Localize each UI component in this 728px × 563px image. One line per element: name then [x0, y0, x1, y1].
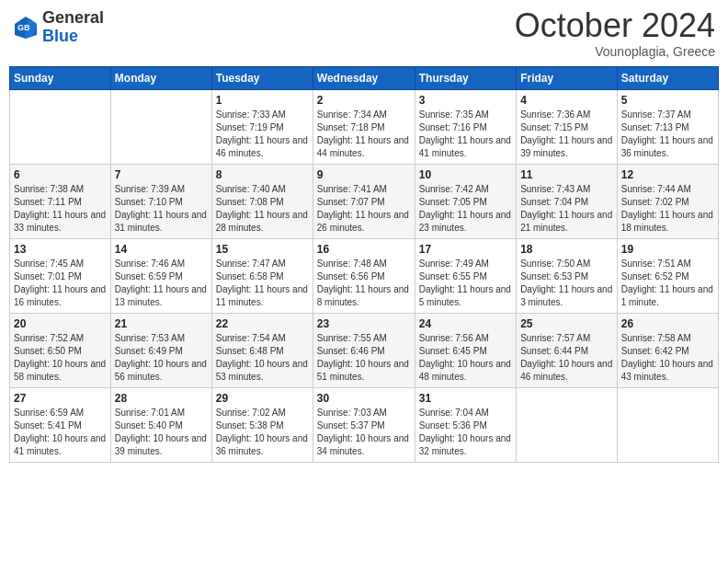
day-number: 14: [115, 243, 208, 256]
day-info: Sunrise: 7:55 AM Sunset: 6:46 PM Dayligh…: [317, 332, 411, 384]
calendar-cell: 14Sunrise: 7:46 AM Sunset: 6:59 PM Dayli…: [110, 239, 211, 314]
calendar-cell: 20Sunrise: 7:52 AM Sunset: 6:50 PM Dayli…: [10, 314, 111, 388]
day-info: Sunrise: 7:56 AM Sunset: 6:45 PM Dayligh…: [419, 332, 512, 384]
day-number: 25: [520, 317, 613, 330]
calendar-cell: 30Sunrise: 7:03 AM Sunset: 5:37 PM Dayli…: [313, 388, 415, 463]
day-info: Sunrise: 7:57 AM Sunset: 6:44 PM Dayligh…: [520, 332, 613, 384]
day-number: 21: [115, 317, 208, 330]
day-info: Sunrise: 7:50 AM Sunset: 6:53 PM Dayligh…: [520, 258, 613, 309]
logo-blue-text: Blue: [42, 27, 78, 45]
calendar-cell: 1Sunrise: 7:33 AM Sunset: 7:19 PM Daylig…: [211, 90, 313, 165]
col-header-tuesday: Tuesday: [211, 67, 313, 90]
logo-general-text: General: [42, 8, 104, 27]
day-number: 27: [14, 392, 107, 405]
day-number: 1: [216, 94, 309, 107]
day-info: Sunrise: 7:04 AM Sunset: 5:36 PM Dayligh…: [419, 407, 512, 458]
day-number: 5: [621, 94, 714, 107]
day-info: Sunrise: 7:46 AM Sunset: 6:59 PM Dayligh…: [115, 258, 208, 309]
calendar-cell: 31Sunrise: 7:04 AM Sunset: 5:36 PM Dayli…: [415, 388, 516, 463]
calendar-cell: 4Sunrise: 7:36 AM Sunset: 7:15 PM Daylig…: [517, 90, 618, 165]
day-number: 12: [621, 168, 714, 181]
day-number: 30: [317, 392, 411, 405]
calendar-cell: [617, 388, 718, 463]
calendar-cell: 26Sunrise: 7:58 AM Sunset: 6:42 PM Dayli…: [617, 314, 718, 388]
day-info: Sunrise: 7:54 AM Sunset: 6:48 PM Dayligh…: [216, 332, 309, 384]
calendar-cell: 8Sunrise: 7:40 AM Sunset: 7:08 PM Daylig…: [211, 165, 313, 239]
col-header-thursday: Thursday: [415, 67, 516, 90]
calendar-cell: 16Sunrise: 7:48 AM Sunset: 6:56 PM Dayli…: [313, 239, 415, 314]
day-info: Sunrise: 7:33 AM Sunset: 7:19 PM Dayligh…: [216, 109, 309, 160]
day-info: Sunrise: 7:41 AM Sunset: 7:07 PM Dayligh…: [317, 183, 411, 235]
calendar-cell: 3Sunrise: 7:35 AM Sunset: 7:16 PM Daylig…: [415, 90, 516, 165]
calendar-week-3: 13Sunrise: 7:45 AM Sunset: 7:01 PM Dayli…: [10, 239, 719, 314]
day-info: Sunrise: 7:49 AM Sunset: 6:55 PM Dayligh…: [419, 258, 512, 309]
day-info: Sunrise: 7:34 AM Sunset: 7:18 PM Dayligh…: [317, 109, 411, 160]
logo-icon: GB: [13, 15, 39, 40]
day-number: 20: [14, 317, 107, 330]
day-info: Sunrise: 7:48 AM Sunset: 6:56 PM Dayligh…: [317, 258, 411, 309]
day-number: 10: [419, 168, 512, 181]
logo: GB General Blue: [13, 9, 104, 46]
calendar-cell: 10Sunrise: 7:42 AM Sunset: 7:05 PM Dayli…: [415, 165, 516, 239]
header: GB General Blue October 2024 Vounoplagia…: [9, 9, 719, 59]
calendar-cell: 9Sunrise: 7:41 AM Sunset: 7:07 PM Daylig…: [313, 165, 415, 239]
day-number: 2: [317, 94, 411, 107]
day-number: 18: [520, 243, 613, 256]
day-number: 19: [621, 243, 714, 256]
calendar-cell: 23Sunrise: 7:55 AM Sunset: 6:46 PM Dayli…: [313, 314, 415, 388]
day-number: 13: [14, 243, 107, 256]
day-number: 24: [419, 317, 512, 330]
location: Vounoplagia, Greece: [515, 44, 715, 59]
day-info: Sunrise: 7:38 AM Sunset: 7:11 PM Dayligh…: [14, 183, 107, 235]
calendar-week-5: 27Sunrise: 6:59 AM Sunset: 5:41 PM Dayli…: [10, 388, 719, 463]
calendar-cell: 28Sunrise: 7:01 AM Sunset: 5:40 PM Dayli…: [110, 388, 211, 463]
calendar-cell: 27Sunrise: 6:59 AM Sunset: 5:41 PM Dayli…: [10, 388, 111, 463]
day-number: 15: [216, 243, 309, 256]
calendar-cell: 21Sunrise: 7:53 AM Sunset: 6:49 PM Dayli…: [110, 314, 211, 388]
day-number: 4: [520, 94, 613, 107]
calendar-week-4: 20Sunrise: 7:52 AM Sunset: 6:50 PM Dayli…: [10, 314, 719, 388]
calendar-week-1: 1Sunrise: 7:33 AM Sunset: 7:19 PM Daylig…: [10, 90, 719, 165]
page: GB General Blue October 2024 Vounoplagia…: [0, 0, 728, 563]
day-number: 7: [115, 168, 208, 181]
calendar-cell: 18Sunrise: 7:50 AM Sunset: 6:53 PM Dayli…: [517, 239, 618, 314]
day-info: Sunrise: 7:36 AM Sunset: 7:15 PM Dayligh…: [520, 109, 613, 160]
col-header-wednesday: Wednesday: [313, 67, 415, 90]
title-block: October 2024 Vounoplagia, Greece: [515, 9, 715, 59]
col-header-saturday: Saturday: [617, 67, 718, 90]
calendar-cell: 19Sunrise: 7:51 AM Sunset: 6:52 PM Dayli…: [617, 239, 718, 314]
calendar-cell: [517, 388, 618, 463]
calendar-cell: 7Sunrise: 7:39 AM Sunset: 7:10 PM Daylig…: [110, 165, 211, 239]
day-info: Sunrise: 7:51 AM Sunset: 6:52 PM Dayligh…: [621, 258, 714, 309]
calendar-cell: 15Sunrise: 7:47 AM Sunset: 6:58 PM Dayli…: [211, 239, 313, 314]
day-number: 23: [317, 317, 411, 330]
day-info: Sunrise: 7:53 AM Sunset: 6:49 PM Dayligh…: [115, 332, 208, 384]
day-info: Sunrise: 7:44 AM Sunset: 7:02 PM Dayligh…: [621, 183, 714, 235]
col-header-sunday: Sunday: [10, 67, 111, 90]
calendar-cell: [110, 90, 211, 165]
day-number: 28: [115, 392, 208, 405]
day-info: Sunrise: 7:02 AM Sunset: 5:38 PM Dayligh…: [216, 407, 309, 458]
svg-text:GB: GB: [17, 23, 30, 32]
calendar-cell: 12Sunrise: 7:44 AM Sunset: 7:02 PM Dayli…: [617, 165, 718, 239]
calendar-cell: 2Sunrise: 7:34 AM Sunset: 7:18 PM Daylig…: [313, 90, 415, 165]
logo-text-block: General Blue: [42, 9, 104, 46]
calendar-cell: 6Sunrise: 7:38 AM Sunset: 7:11 PM Daylig…: [10, 165, 111, 239]
day-number: 9: [317, 168, 411, 181]
day-number: 3: [419, 94, 512, 107]
day-info: Sunrise: 7:52 AM Sunset: 6:50 PM Dayligh…: [14, 332, 107, 384]
calendar-cell: 24Sunrise: 7:56 AM Sunset: 6:45 PM Dayli…: [415, 314, 516, 388]
calendar-cell: 17Sunrise: 7:49 AM Sunset: 6:55 PM Dayli…: [415, 239, 516, 314]
month-title: October 2024: [515, 9, 715, 42]
day-info: Sunrise: 7:03 AM Sunset: 5:37 PM Dayligh…: [317, 407, 411, 458]
day-info: Sunrise: 7:37 AM Sunset: 7:13 PM Dayligh…: [621, 109, 714, 160]
day-number: 31: [419, 392, 512, 405]
day-info: Sunrise: 7:47 AM Sunset: 6:58 PM Dayligh…: [216, 258, 309, 309]
day-info: Sunrise: 7:35 AM Sunset: 7:16 PM Dayligh…: [419, 109, 512, 160]
day-number: 16: [317, 243, 411, 256]
day-info: Sunrise: 7:42 AM Sunset: 7:05 PM Dayligh…: [419, 183, 512, 235]
day-number: 29: [216, 392, 309, 405]
calendar-cell: 22Sunrise: 7:54 AM Sunset: 6:48 PM Dayli…: [211, 314, 313, 388]
day-info: Sunrise: 7:40 AM Sunset: 7:08 PM Dayligh…: [216, 183, 309, 235]
day-number: 6: [14, 168, 107, 181]
